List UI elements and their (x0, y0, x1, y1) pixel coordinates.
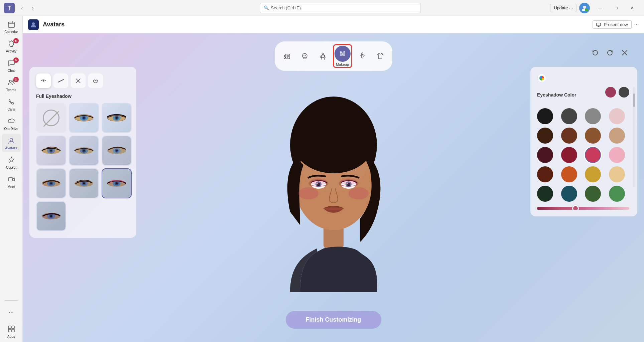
update-button[interactable]: Update ··· (550, 4, 576, 12)
color-swatch-7[interactable] (609, 128, 625, 144)
color-swatch-19[interactable] (609, 186, 625, 202)
onedrive-icon (7, 117, 16, 126)
outfit-tool-button[interactable] (372, 48, 388, 64)
redo-button[interactable] (604, 47, 616, 59)
svg-point-10 (9, 80, 11, 82)
eye-thumb-2 (102, 104, 131, 132)
outfit-tool-wrapper (372, 48, 388, 64)
sidebar-item-onedrive[interactable]: OneDrive (2, 114, 21, 133)
sidebar-item-label: Copilot (6, 166, 16, 170)
nav-buttons: ‹ › (17, 3, 37, 13)
titlebar: T ‹ › 🔍 Search (Ctrl+E) Update ··· — □ ✕ (0, 0, 644, 16)
style-item-3[interactable] (36, 136, 66, 166)
style-item-8[interactable] (102, 168, 132, 198)
pose-tool-button[interactable] (354, 48, 370, 64)
sidebar-item-label: Teams (6, 88, 16, 92)
panel-tab-blush[interactable] (71, 73, 86, 88)
sidebar-item-calendar[interactable]: Calendar (2, 17, 21, 36)
back-button[interactable]: ‹ (17, 3, 27, 13)
svg-text:T: T (8, 5, 11, 12)
sidebar-item-calls[interactable]: Calls (2, 95, 21, 114)
style-item-6[interactable] (36, 168, 66, 198)
maximize-button[interactable]: □ (609, 3, 624, 13)
color-preview-2[interactable] (619, 87, 629, 98)
color-swatch-14[interactable] (585, 166, 601, 182)
color-swatch-0[interactable] (537, 108, 553, 124)
color-swatch-13[interactable] (561, 166, 577, 182)
color-swatch-9[interactable] (561, 147, 577, 163)
svg-rect-19 (597, 23, 601, 26)
sidebar-item-meet[interactable]: Meet (2, 172, 21, 191)
panel-tab-liner[interactable] (53, 73, 68, 88)
user-avatar-button[interactable] (579, 3, 590, 13)
eye-thumb-7 (70, 169, 98, 198)
color-swatch-18[interactable] (585, 186, 601, 202)
color-grid (537, 108, 629, 202)
color-swatch-3[interactable] (609, 108, 625, 124)
panel-section-title: Full Eyeshadow (36, 94, 130, 99)
app-header-right: Present now ··· (593, 20, 639, 29)
finish-customizing-button[interactable]: Finish Customizing (286, 311, 381, 329)
chat-badge: 5 (13, 57, 19, 63)
color-swatch-11[interactable] (609, 147, 625, 163)
style-item-5[interactable] (102, 136, 132, 166)
undo-button[interactable] (589, 47, 601, 59)
right-panel-scroll[interactable]: Eyeshadow Color (537, 73, 631, 210)
sidebar-item-teams[interactable]: 2 Teams (2, 75, 21, 94)
eye-thumb-5 (102, 136, 131, 165)
search-bar[interactable]: 🔍 Search (Ctrl+E) (260, 3, 420, 13)
left-panel: Full Eyeshadow (29, 67, 136, 238)
style-item-1[interactable] (69, 103, 99, 133)
color-swatch-10[interactable] (585, 147, 601, 163)
sidebar-item-more[interactable]: ··· (2, 303, 21, 321)
sidebar-item-chat[interactable]: 5 Chat (2, 56, 21, 75)
color-swatch-17[interactable] (561, 186, 577, 202)
sidebar-item-avatars[interactable]: Avatars (2, 134, 21, 152)
head-tool-button[interactable] (297, 48, 313, 64)
teams-badge: 2 (13, 77, 19, 82)
color-slider[interactable] (537, 207, 629, 210)
face-tool-button[interactable] (279, 48, 295, 64)
header-more-button[interactable]: ··· (634, 22, 639, 28)
body-tool-button[interactable] (315, 48, 331, 64)
sidebar-item-apps[interactable]: Apps (2, 322, 21, 341)
color-swatch-1[interactable] (561, 108, 577, 124)
copilot-icon (7, 155, 16, 165)
eye-thumb-4 (70, 136, 98, 165)
sidebar-item-activity[interactable]: 6 Activity (2, 37, 21, 55)
sidebar-item-label: OneDrive (4, 127, 18, 131)
more-icon: ··· (7, 307, 16, 317)
color-swatch-2[interactable] (585, 108, 601, 124)
color-preview-1[interactable] (605, 87, 616, 98)
style-item-2[interactable] (102, 103, 132, 133)
eye-thumb-8 (102, 169, 131, 198)
right-panel: Eyeshadow Color (530, 67, 637, 216)
makeup-tool-button[interactable] (335, 46, 351, 62)
panel-tab-eyeshadow-full[interactable] (36, 73, 51, 88)
svg-line-33 (324, 57, 325, 59)
color-swatch-8[interactable] (537, 147, 553, 163)
svg-point-76 (116, 182, 118, 184)
color-swatch-6[interactable] (585, 128, 601, 144)
style-item-4[interactable] (69, 136, 99, 166)
color-swatch-15[interactable] (609, 166, 625, 182)
present-now-button[interactable]: Present now (593, 20, 631, 29)
style-item-none[interactable] (36, 103, 66, 133)
color-swatch-12[interactable] (537, 166, 553, 182)
color-swatch-4[interactable] (537, 128, 553, 144)
makeup-label: Makeup (336, 62, 349, 66)
svg-rect-17 (12, 329, 14, 332)
color-swatch-16[interactable] (537, 186, 553, 202)
slider-thumb[interactable] (572, 205, 579, 210)
forward-button[interactable]: › (28, 3, 37, 13)
style-item-9[interactable] (36, 201, 66, 231)
avatar-customizer: Makeup (23, 33, 644, 342)
customizer-close-button[interactable] (619, 47, 631, 59)
sidebar-item-copilot[interactable]: Copilot (2, 153, 21, 172)
close-button[interactable]: ✕ (625, 3, 640, 13)
panel-tab-lip[interactable] (88, 73, 103, 88)
body-tool-wrapper (315, 48, 331, 64)
minimize-button[interactable]: — (593, 3, 608, 13)
color-swatch-5[interactable] (561, 128, 577, 144)
style-item-7[interactable] (69, 168, 99, 198)
